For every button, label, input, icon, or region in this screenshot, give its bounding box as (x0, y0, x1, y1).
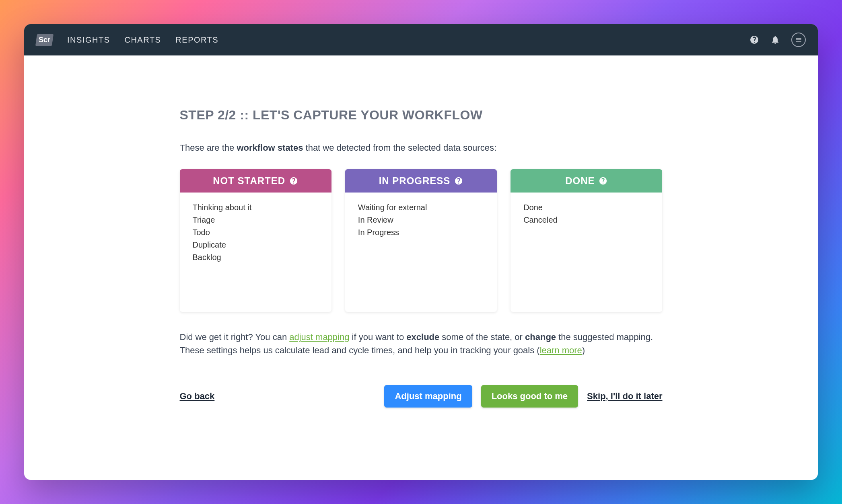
step-title: STEP 2/2 :: LET'S CAPTURE YOUR WORKFLOW (180, 108, 663, 123)
topbar: Scr INSIGHTS CHARTS REPORTS (24, 24, 818, 55)
bottom-text: Did we get it right? You can adjust mapp… (180, 330, 663, 357)
go-back-link[interactable]: Go back (180, 391, 215, 402)
nav-reports[interactable]: REPORTS (175, 35, 218, 45)
app-logo[interactable]: Scr (35, 34, 54, 46)
app-window: Scr INSIGHTS CHARTS REPORTS STEP 2/2 :: … (24, 24, 818, 480)
notifications-icon[interactable] (770, 35, 780, 45)
intro-bold: workflow states (237, 143, 303, 153)
action-row: Go back Adjust mapping Looks good to me … (180, 385, 663, 408)
text-bold: exclude (406, 332, 439, 342)
text-seg: some of the state, or (439, 332, 525, 342)
column-title: IN PROGRESS (379, 175, 451, 186)
column-in-progress: IN PROGRESS Waiting for external In Revi… (345, 169, 497, 312)
column-body: Done Canceled (511, 193, 662, 235)
column-body: Thinking about it Triage Todo Duplicate … (180, 193, 331, 272)
topbar-right (749, 33, 806, 47)
list-item[interactable]: Backlog (193, 251, 319, 264)
list-item[interactable]: In Progress (358, 226, 484, 239)
list-item[interactable]: Canceled (523, 214, 649, 226)
intro-text: These are the workflow states that we de… (180, 143, 663, 153)
list-item[interactable]: Done (523, 201, 649, 214)
column-header-not-started: NOT STARTED (180, 169, 331, 193)
list-item[interactable]: Todo (193, 226, 319, 239)
logo-text: Scr (39, 36, 50, 44)
looks-good-button[interactable]: Looks good to me (481, 385, 578, 408)
nav-charts[interactable]: CHARTS (124, 35, 161, 45)
column-not-started: NOT STARTED Thinking about it Triage Tod… (180, 169, 331, 312)
adjust-mapping-link[interactable]: adjust mapping (289, 332, 349, 342)
adjust-mapping-button[interactable]: Adjust mapping (384, 385, 472, 408)
text-seg: ) (582, 345, 585, 355)
list-item[interactable]: Duplicate (193, 239, 319, 251)
column-header-in-progress: IN PROGRESS (345, 169, 497, 193)
nav-links: INSIGHTS CHARTS REPORTS (67, 35, 218, 45)
list-item[interactable]: In Review (358, 214, 484, 226)
column-done: DONE Done Canceled (511, 169, 662, 312)
column-title: NOT STARTED (213, 175, 285, 186)
nav-insights[interactable]: INSIGHTS (67, 35, 110, 45)
help-icon[interactable] (749, 35, 759, 45)
text-bold: change (525, 332, 556, 342)
list-item[interactable]: Triage (193, 214, 319, 226)
intro-prefix: These are the (180, 143, 237, 153)
text-seg: if you want to (349, 332, 406, 342)
menu-icon[interactable] (791, 33, 806, 47)
column-body: Waiting for external In Review In Progre… (345, 193, 497, 248)
skip-link[interactable]: Skip, I'll do it later (587, 391, 662, 402)
workflow-columns: NOT STARTED Thinking about it Triage Tod… (180, 169, 663, 312)
question-circle-icon[interactable] (289, 176, 298, 185)
question-circle-icon[interactable] (599, 176, 607, 185)
question-circle-icon[interactable] (454, 176, 463, 185)
text-seg: Did we get it right? You can (180, 332, 290, 342)
learn-more-link[interactable]: learn more (540, 345, 582, 355)
column-title: DONE (565, 175, 595, 186)
column-header-done: DONE (511, 169, 662, 193)
list-item[interactable]: Waiting for external (358, 201, 484, 214)
main-content: STEP 2/2 :: LET'S CAPTURE YOUR WORKFLOW … (24, 55, 818, 480)
intro-suffix: that we detected from the selected data … (303, 143, 496, 153)
list-item[interactable]: Thinking about it (193, 201, 319, 214)
